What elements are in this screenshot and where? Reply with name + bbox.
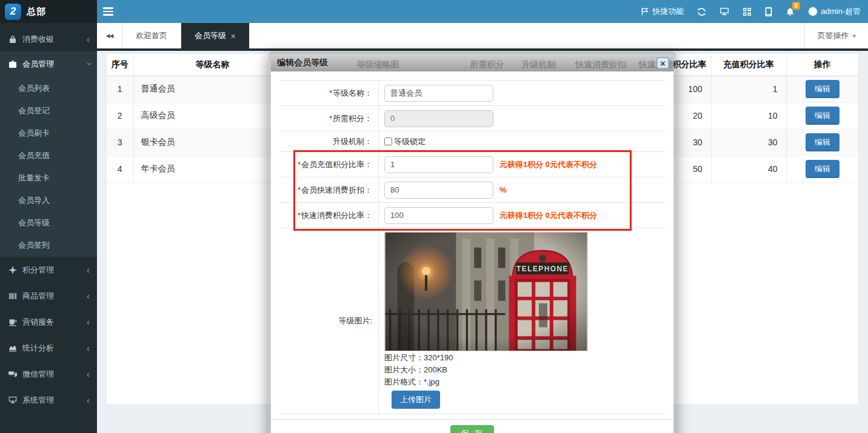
chevron-left-icon: ‹: [87, 395, 90, 405]
edit-button[interactable]: 编辑: [806, 80, 840, 98]
edit-level-form: *等级名称： *所需积分： 升级机制： 等级锁定: [279, 80, 665, 414]
qrcode-icon: [743, 7, 752, 16]
upgrade-mechanism-label: 升级机制：: [333, 136, 372, 147]
submenu-item[interactable]: 会员列表: [0, 77, 97, 99]
points-icon: [8, 266, 17, 274]
recharge-rate-label: 会员充值积分比率：: [301, 159, 372, 170]
mobile-button[interactable]: [765, 0, 772, 23]
chevron-left-icon: ‹: [87, 35, 90, 44]
edit-button[interactable]: 编辑: [806, 133, 840, 151]
edit-button[interactable]: 编辑: [806, 160, 840, 178]
level-lock-checkbox[interactable]: [384, 137, 392, 145]
tab-welcome[interactable]: 欢迎首页: [122, 23, 181, 48]
recharge-points-rate-cell: 40: [711, 156, 786, 182]
tab-bar: ◀◀ 欢迎首页 会员等级 × 页签操作 ▾: [97, 23, 868, 51]
sidebar-item-label: 会员管理: [22, 59, 81, 70]
quick-functions-label: 快捷功能: [652, 6, 684, 17]
dialog-footer: 保 存: [271, 419, 673, 433]
row-index: 1: [107, 76, 133, 102]
screen-button[interactable]: [719, 0, 729, 23]
fast-discount-input[interactable]: [384, 182, 493, 199]
close-tab-icon[interactable]: ×: [231, 31, 236, 41]
save-button[interactable]: 保 存: [450, 425, 494, 433]
image-size-note: 图片尺寸：320*190: [384, 352, 453, 363]
image-filesize-note: 图片大小：200KB: [384, 365, 447, 375]
qrcode-button[interactable]: [743, 0, 752, 23]
desktop-icon: [8, 396, 17, 404]
sidebar-item-marketing[interactable]: 营销服务 ‹: [0, 309, 97, 335]
sidebar-bottom: 积分管理 ‹ 商品管理 ‹ 营销服务 ‹ 统计分析 ‹: [0, 257, 97, 413]
fast-rate-input[interactable]: [384, 207, 493, 224]
caret-down-icon: ▾: [852, 32, 856, 40]
edit-button[interactable]: 编辑: [806, 107, 840, 125]
submenu-item[interactable]: 批量发卡: [0, 167, 97, 189]
user-label: admin-超管: [821, 6, 861, 17]
notifications-button[interactable]: 0: [786, 0, 795, 23]
topbar-actions: 快捷功能 0: [641, 0, 861, 23]
dialog-body: *等级名称： *所需积分： 升级机制： 等级锁定: [271, 71, 673, 433]
level-image: TELEPHONE: [384, 232, 588, 351]
monitor-icon: [719, 7, 729, 16]
level-name-cell: 银卡会员: [133, 129, 292, 156]
app-logo[interactable]: 2 总部: [0, 0, 97, 23]
chevron-left-icon: ‹: [87, 317, 90, 326]
user-icon: [808, 7, 818, 16]
wechat-comments-icon: [8, 370, 17, 378]
sidebar-item-label: 消费收银: [22, 34, 81, 45]
level-name-cell: 高级会员: [133, 102, 292, 129]
sidebar-toggle-button[interactable]: [103, 5, 116, 18]
submenu-item[interactable]: 会员导入: [0, 189, 97, 211]
fast-rate-label: 快速消费积分比率：: [301, 210, 372, 221]
refresh-button[interactable]: [697, 0, 706, 23]
members-submenu: 会员列表 会员登记 会员刷卡 会员充值 批量发卡 会员导入 会员等级 会员签到: [0, 76, 97, 257]
notification-badge: 0: [792, 2, 801, 10]
flag-icon: [641, 7, 649, 16]
submenu-item[interactable]: 会员签到: [0, 234, 97, 256]
fast-rate-hint: 元获得1积分 0元代表不积分: [499, 210, 597, 221]
sidebar-item-points[interactable]: 积分管理 ‹: [0, 257, 97, 283]
level-lock-option[interactable]: 等级锁定: [384, 136, 426, 147]
recharge-points-rate-cell: 10: [711, 102, 786, 129]
image-format-note: 图片格式：*.jpg: [384, 377, 439, 388]
level-name-label: 等级名称：: [333, 88, 372, 99]
row-index: 2: [107, 102, 133, 129]
sidebar: 消费收银 ‹ 会员管理 ‹ 会员列表 会员登记 会员刷卡 会员充值 批量发卡 会…: [0, 23, 97, 433]
sidebar-item-products[interactable]: 商品管理 ‹: [0, 283, 97, 309]
dialog-title: 编辑会员等级: [277, 58, 328, 68]
tabs-scroll-left-button[interactable]: ◀◀: [97, 23, 122, 48]
submenu-item[interactable]: 会员登记: [0, 99, 97, 122]
chevron-left-icon: ‹: [87, 265, 90, 274]
submenu-item[interactable]: 会员等级: [0, 211, 97, 234]
sidebar-item-cashier[interactable]: 消费收银 ‹: [0, 27, 97, 51]
quick-functions-button[interactable]: 快捷功能: [641, 0, 684, 23]
user-menu[interactable]: admin-超管: [808, 0, 861, 23]
sidebar-item-statistics[interactable]: 统计分析 ‹: [0, 335, 97, 361]
level-name-input[interactable]: [384, 85, 493, 102]
close-icon: ×: [660, 59, 666, 68]
tab-operations-dropdown[interactable]: 页签操作 ▾: [804, 23, 868, 48]
recharge-rate-input[interactable]: [384, 156, 493, 173]
edit-member-level-dialog: 编辑会员等级 × *等级名称： *所需积分： 升级机制：: [269, 51, 676, 433]
submenu-item[interactable]: 会员充值: [0, 144, 97, 167]
sidebar-item-members[interactable]: 会员管理 ‹: [0, 51, 97, 76]
required-points-label: 所需积分：: [333, 113, 372, 124]
tab-member-level[interactable]: 会员等级 ×: [181, 23, 250, 48]
dialog-close-button[interactable]: ×: [656, 57, 669, 69]
chevron-left-icon: ‹: [87, 369, 90, 378]
submenu-item[interactable]: 会员刷卡: [0, 122, 97, 144]
lock-icon: [8, 35, 17, 44]
sidebar-item-wechat[interactable]: 微信管理 ‹: [0, 361, 97, 387]
area-chart-icon: [8, 344, 17, 352]
dialog-header[interactable]: 编辑会员等级: [271, 54, 673, 71]
recharge-rate-hint: 元获得1积分 0元代表不积分: [499, 159, 597, 170]
upload-image-button[interactable]: 上传图片: [392, 391, 440, 409]
refresh-icon: [697, 7, 706, 16]
recharge-points-rate-cell: 1: [711, 76, 786, 102]
level-name-cell: 普通会员: [133, 76, 292, 102]
barcode-icon: [8, 292, 17, 300]
chevron-down-icon: ‹: [84, 62, 93, 65]
briefcase-icon: [8, 60, 17, 68]
sidebar-item-system[interactable]: 系统管理 ‹: [0, 387, 97, 413]
row-index: 4: [107, 156, 133, 182]
level-image-label: 等级图片:: [338, 316, 372, 326]
